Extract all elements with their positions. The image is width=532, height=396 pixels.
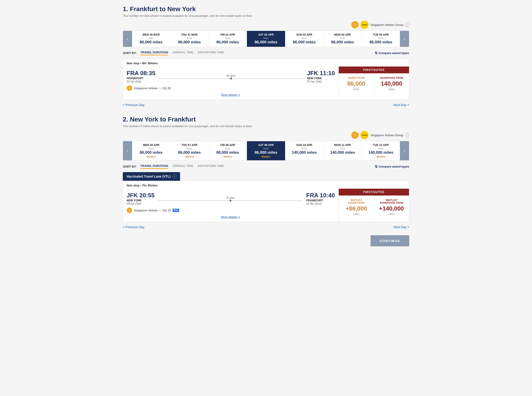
singapore-airlines-logo-2 bbox=[351, 131, 359, 139]
section-2-date-6[interactable]: TUE 12 APR from 140,000 miles Waitlist bbox=[362, 141, 400, 160]
flight-2-more-details[interactable]: More details ∨ bbox=[127, 215, 335, 219]
flight-1-more-details[interactable]: More details ∨ bbox=[127, 93, 335, 97]
section-1-sort-bar: SORT BY: TRAVEL DURATION ARRIVAL TIME DE… bbox=[123, 51, 409, 55]
flight-2-dep-airport: NEW YORK bbox=[127, 199, 155, 202]
compare-award-types-1[interactable]: ⇅ Compare award types bbox=[375, 51, 409, 55]
flight-1-saver-unit: miles bbox=[341, 88, 371, 91]
flight-2-main: JFK 20:55 NEW YORK 09 Apr (Sat) 7h 45m ✈… bbox=[123, 189, 339, 222]
flight-2-advantage-label: ADVANTAGE FROM bbox=[376, 201, 407, 204]
section-1-prev-day[interactable]: < Previous Day bbox=[123, 103, 144, 107]
section-2-date-carousel: ‹ WED 06 APR from 86,000 miles Waitlist … bbox=[123, 141, 409, 161]
sort-travel-duration-2[interactable]: TRAVEL DURATION bbox=[140, 164, 168, 169]
flight-2-saver-unit: miles bbox=[341, 213, 371, 216]
section-1-title: 1. Frankfurt to New York bbox=[123, 6, 409, 13]
compare-award-types-2[interactable]: ⇅ Compare award types bbox=[375, 165, 409, 169]
section-2-date-3[interactable]: SAT 09 APR from 86,000 miles Waitlist bbox=[247, 141, 285, 160]
flight-1-arr: JFK 11:10 NEW YORK 02 Apr (Sat) bbox=[307, 70, 335, 83]
flight-2-times: JFK 20:55 NEW YORK 09 Apr (Sat) 7h 45m ✈… bbox=[127, 192, 335, 205]
flight-1-dep-airport: FRANKFURT bbox=[127, 77, 155, 80]
flight-2-airline-row: Singapore Airlines • SQ 25 VTL bbox=[127, 208, 335, 213]
flight-1-airline-name: Singapore Airlines bbox=[134, 87, 158, 90]
section-2-next-day[interactable]: Next Day > bbox=[393, 225, 409, 229]
section-1-date-3[interactable]: SAT 02 APR from 86,000 miles bbox=[247, 31, 285, 47]
flight-2-airline-logo bbox=[127, 208, 132, 213]
section-2-prev-arrow[interactable]: ‹ bbox=[123, 141, 132, 160]
flight-1-airline-row: Singapore Airlines • SQ 26 bbox=[127, 85, 335, 91]
section-2-next-arrow[interactable]: › bbox=[400, 141, 409, 160]
sort-arrival-time-2[interactable]: ARRIVAL TIME bbox=[173, 164, 193, 169]
compare-icon-1: ⇅ bbox=[375, 51, 378, 55]
section-2-date-5[interactable]: MON 11 APR from 140,000 miles bbox=[323, 141, 362, 160]
flight-2-advantage-miles: +140,000 bbox=[376, 205, 407, 212]
section-1-date-1[interactable]: THU 31 MAR from 86,000 miles bbox=[170, 31, 209, 47]
section-2-date-4[interactable]: SUN 10 APR from 140,000 miles bbox=[285, 141, 323, 160]
section-1-next-day[interactable]: Next Day > bbox=[393, 103, 409, 107]
flight-1-airline-logo bbox=[127, 85, 132, 91]
section-1-date-5[interactable]: MON 04 APR from 86,000 miles bbox=[323, 31, 362, 47]
flight-1-advantage-unit: miles bbox=[376, 88, 407, 91]
section-1-flight-card: Non stop • 8hr 35mins FRA 08:35 FRANKFUR… bbox=[123, 58, 409, 100]
section-2-date-0[interactable]: WED 06 APR from 86,000 miles Waitlist bbox=[132, 141, 170, 160]
scoot-logo: scoot bbox=[360, 21, 369, 29]
sort-departure-time-1[interactable]: DEPARTURE TIME bbox=[198, 51, 224, 55]
section-2-subtitle: The number of miles shown is lowest avai… bbox=[123, 124, 409, 128]
sort-arrival-time-1[interactable]: ARRIVAL TIME bbox=[173, 51, 193, 55]
flight-1-saver-label: SAVER FROM bbox=[341, 76, 371, 79]
section-2-date-2[interactable]: FRI 08 APR from 86,000 miles Waitlist bbox=[209, 141, 247, 160]
flight-2-saver-col[interactable]: Waitlist SAVER FROM +86,000 miles bbox=[339, 196, 374, 222]
section-1-date-2[interactable]: FRI 01 APR from 86,000 miles bbox=[209, 31, 247, 47]
sort-by-label-2: SORT BY: bbox=[123, 165, 137, 168]
flight-1-duration-line: 8h 35m ✈ bbox=[159, 74, 303, 79]
vtl-flight-badge: VTL bbox=[173, 209, 179, 212]
flight-2-duration-line: 7h 45m ✈ bbox=[158, 196, 303, 201]
flight-2-arr-date: 10 Apr (Sun) bbox=[306, 202, 335, 205]
section-1-prev-arrow[interactable]: ‹ bbox=[123, 31, 132, 47]
section-1-date-items: WED 30 MAR from 86,000 miles THU 31 MAR … bbox=[132, 31, 400, 47]
flight-1-header: Non stop • 8hr 35mins bbox=[123, 59, 409, 67]
section-1-date-0[interactable]: WED 30 MAR from 86,000 miles bbox=[132, 31, 170, 47]
section-1-airline-header: scoot Singapore Airlines Group i bbox=[123, 21, 409, 29]
section-1-next-arrow[interactable]: › bbox=[400, 31, 409, 47]
flight-1-dep: FRA 08:35 FRANKFURT 02 Apr (Sat) bbox=[127, 70, 155, 83]
airline-info-icon-2[interactable]: i bbox=[405, 133, 409, 137]
plane-icon-1: ✈ bbox=[229, 76, 233, 81]
continue-button[interactable]: CONTINUE bbox=[371, 235, 409, 246]
flight-1-saver-col[interactable]: SAVER FROM 86,000 miles bbox=[339, 73, 374, 100]
plane-icon-2: ✈ bbox=[229, 198, 232, 203]
flight-1-advantage-miles: 140,000 bbox=[376, 80, 407, 87]
flight-1-times: FRA 08:35 FRANKFURT 02 Apr (Sat) 8h 35m … bbox=[127, 70, 335, 83]
flight-2-dep-date: 09 Apr (Sat) bbox=[127, 202, 155, 205]
flight-1-advantage-col[interactable]: ADVANTAGE FROM 140,000 miles bbox=[374, 73, 409, 100]
section-1-date-6[interactable]: TUE 05 APR from 86,000 miles bbox=[362, 31, 400, 47]
sort-departure-time-2[interactable]: DEPARTURE TIME bbox=[198, 164, 224, 169]
flight-2-arr-time: FRA 10:40 bbox=[306, 192, 335, 199]
section-2-day-nav: < Previous Day Next Day > bbox=[123, 224, 409, 230]
flight-2-advantage-col[interactable]: Waitlist ADVANTAGE FROM +140,000 miles bbox=[374, 196, 409, 222]
flight-2-dot: • bbox=[160, 209, 161, 212]
sort-travel-duration-1[interactable]: TRAVEL DURATION bbox=[140, 51, 168, 55]
flight-2-flight-no: SQ 25 bbox=[162, 209, 171, 212]
airline-info-icon[interactable]: i bbox=[405, 23, 409, 27]
section-2-date-1[interactable]: THU 07 APR from 86,000 miles Waitlist bbox=[170, 141, 209, 160]
scoot-logo-2: scoot bbox=[360, 131, 369, 139]
continue-row: CONTINUE bbox=[123, 235, 409, 246]
compare-icon-2: ⇅ bbox=[375, 165, 378, 169]
flight-1-award-panel: FIRST/SUITES SAVER FROM 86,000 miles ADV… bbox=[339, 67, 409, 100]
flight-1-arr-date: 02 Apr (Sat) bbox=[307, 80, 335, 83]
section-2: 2. New York to Frankfurt The number of m… bbox=[123, 116, 409, 230]
flight-2-line: ✈ bbox=[158, 200, 303, 201]
section-1-date-carousel: ‹ WED 30 MAR from 86,000 miles THU 31 MA… bbox=[123, 31, 409, 47]
flight-2-advantage-waitlist: Waitlist bbox=[376, 199, 407, 201]
section-2-airline-header: scoot Singapore Airlines Group i bbox=[123, 131, 409, 139]
section-2-date-items: WED 06 APR from 86,000 miles Waitlist TH… bbox=[132, 141, 400, 160]
flight-2-award-panel: FIRST/SUITES Waitlist SAVER FROM +86,000… bbox=[339, 189, 409, 222]
section-1-date-4[interactable]: SUN 03 APR from 86,000 miles bbox=[285, 31, 323, 47]
flight-1-advantage-label: ADVANTAGE FROM bbox=[376, 76, 407, 79]
flight-1-dep-time: FRA 08:35 bbox=[127, 70, 155, 77]
section-2-prev-day[interactable]: < Previous Day bbox=[123, 225, 144, 229]
airline-group-label-2: Singapore Airlines Group bbox=[370, 134, 403, 137]
airline-group-label: Singapore Airlines Group bbox=[370, 23, 403, 27]
flight-1-award-cols: SAVER FROM 86,000 miles ADVANTAGE FROM 1… bbox=[339, 73, 409, 100]
vtl-info-icon[interactable]: i bbox=[172, 174, 176, 179]
section-1-subtitle: The number of miles shown is lowest avai… bbox=[123, 14, 409, 17]
